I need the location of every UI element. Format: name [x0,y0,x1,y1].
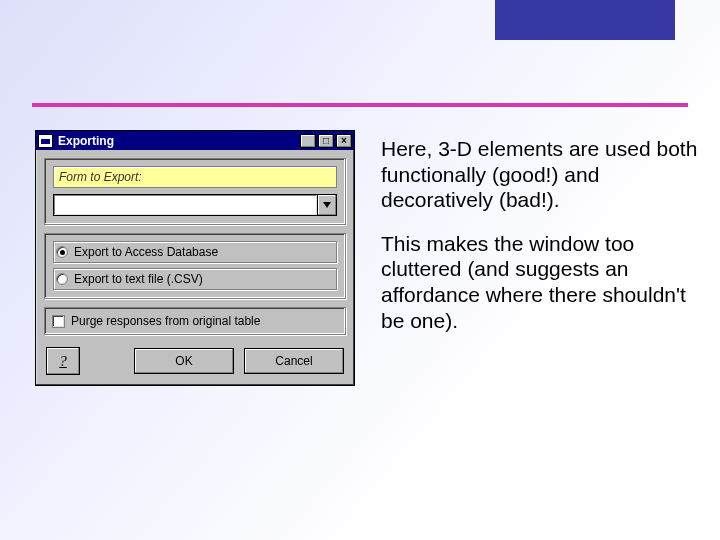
window-controls: _ □ × [298,134,352,148]
form-select-group: Form to Export: [44,158,346,225]
radio-export-access[interactable]: Export to Access Database [53,241,337,263]
svg-marker-0 [323,202,331,208]
question-icon: ? [59,353,67,370]
system-menu-icon[interactable] [38,134,53,148]
combo-field[interactable] [53,194,318,216]
horizontal-rule [32,103,688,107]
checkbox-icon [52,315,65,328]
close-button[interactable]: × [336,134,352,148]
form-combobox[interactable] [53,194,337,216]
export-options-group: Export to Access Database Export to text… [44,233,346,299]
button-row: ? OK Cancel [44,343,346,377]
slide-content: Exporting _ □ × Form to Export: [35,130,698,386]
checkbox-label: Purge responses from original table [71,314,260,328]
purge-group: Purge responses from original table [44,307,346,335]
minimize-button[interactable]: _ [300,134,316,148]
commentary-paragraph-2: This makes the window too cluttered (and… [381,231,698,333]
form-to-export-label: Form to Export: [53,166,337,188]
exporting-dialog: Exporting _ □ × Form to Export: [35,130,355,386]
radio-icon [56,246,68,258]
dialog-body: Form to Export: Export to Access Databas… [36,150,354,385]
window-title: Exporting [58,134,298,148]
radio-label: Export to text file (.CSV) [74,272,203,286]
titlebar[interactable]: Exporting _ □ × [36,131,354,150]
cancel-button[interactable]: Cancel [244,348,344,374]
purge-checkbox-row[interactable]: Purge responses from original table [51,313,339,329]
ok-button[interactable]: OK [134,348,234,374]
help-button[interactable]: ? [46,347,80,375]
maximize-button[interactable]: □ [318,134,334,148]
radio-label: Export to Access Database [74,245,218,259]
commentary-paragraph-1: Here, 3-D elements are used both functio… [381,136,698,213]
combo-dropdown-button[interactable] [317,194,337,216]
radio-export-csv[interactable]: Export to text file (.CSV) [53,268,337,290]
radio-icon [56,273,68,285]
decorative-blue-block [495,0,675,40]
commentary-text: Here, 3-D elements are used both functio… [381,130,698,386]
chevron-down-icon [323,202,331,208]
